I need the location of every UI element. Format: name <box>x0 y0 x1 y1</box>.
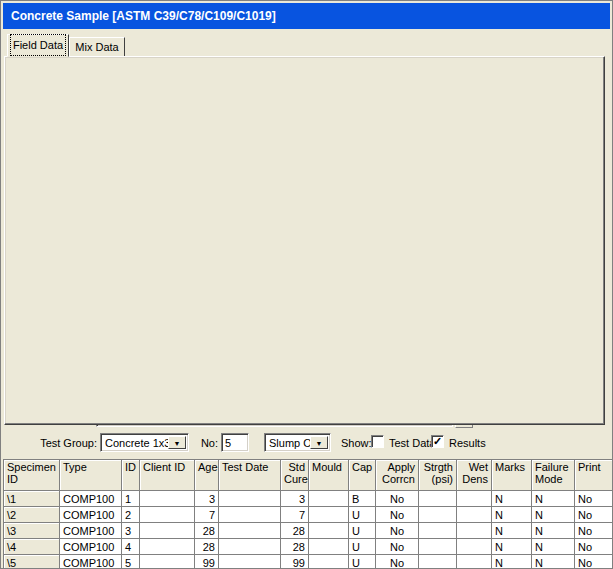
table-cell[interactable]: 28 <box>281 539 309 555</box>
table-cell[interactable]: No <box>575 507 613 523</box>
column-header[interactable]: Failure Mode <box>532 460 575 491</box>
table-cell[interactable]: 5 <box>122 555 140 569</box>
test-group-select[interactable]: Concrete 1x3, 1x7, 2 ▼ <box>100 433 189 452</box>
table-cell[interactable]: No <box>575 491 613 507</box>
table-cell[interactable] <box>309 539 349 555</box>
table-cell[interactable]: COMP100 <box>60 491 122 507</box>
row-header[interactable]: \3 <box>4 523 60 539</box>
table-cell[interactable]: 4 <box>122 539 140 555</box>
table-cell[interactable]: N <box>532 491 575 507</box>
no-label: No: <box>196 437 218 450</box>
table-cell[interactable]: No <box>376 523 419 539</box>
column-header[interactable]: Age <box>195 460 219 491</box>
table-cell[interactable]: No <box>376 555 419 569</box>
table-cell[interactable]: N <box>492 555 532 569</box>
table-cell[interactable]: 3 <box>281 491 309 507</box>
dropdown-arrow-icon[interactable]: ▼ <box>310 436 328 449</box>
table-cell[interactable]: No <box>376 539 419 555</box>
table-cell[interactable] <box>140 491 195 507</box>
table-cell[interactable] <box>219 539 281 555</box>
table-cell[interactable]: COMP100 <box>60 539 122 555</box>
test-data-checkbox[interactable] <box>371 435 384 448</box>
table-cell[interactable]: B <box>349 491 376 507</box>
table-cell[interactable]: 3 <box>122 523 140 539</box>
table-cell[interactable]: N <box>532 539 575 555</box>
table-cell[interactable]: No <box>575 523 613 539</box>
table-cell[interactable]: N <box>492 539 532 555</box>
table-cell[interactable] <box>457 491 492 507</box>
table-cell[interactable] <box>419 555 457 569</box>
table-cell[interactable] <box>219 555 281 569</box>
table-cell[interactable] <box>219 523 281 539</box>
tab-mix-data[interactable]: Mix Data <box>69 37 125 57</box>
table-cell[interactable]: U <box>349 523 376 539</box>
show-mode-select[interactable]: Slump Only ▼ <box>264 433 331 452</box>
table-cell[interactable]: No <box>575 555 613 569</box>
table-cell[interactable]: U <box>349 507 376 523</box>
results-checkbox[interactable]: ✓ <box>431 435 444 448</box>
table-cell[interactable]: COMP100 <box>60 523 122 539</box>
table-cell[interactable]: N <box>492 491 532 507</box>
table-cell[interactable]: 99 <box>281 555 309 569</box>
column-header[interactable]: Std Cure <box>281 460 309 491</box>
table-cell[interactable] <box>457 523 492 539</box>
column-header[interactable]: Specimen ID <box>4 460 60 491</box>
table-cell[interactable]: COMP100 <box>60 507 122 523</box>
column-header[interactable]: Marks <box>492 460 532 491</box>
table-cell[interactable] <box>309 491 349 507</box>
table-cell[interactable]: N <box>532 555 575 569</box>
table-cell[interactable]: No <box>575 539 613 555</box>
table-cell[interactable]: N <box>492 523 532 539</box>
table-cell[interactable]: 3 <box>195 491 219 507</box>
table-cell[interactable]: 99 <box>195 555 219 569</box>
table-cell[interactable]: 7 <box>195 507 219 523</box>
table-cell[interactable]: 28 <box>195 523 219 539</box>
row-header[interactable]: \1 <box>4 491 60 507</box>
table-cell[interactable] <box>140 555 195 569</box>
table-cell[interactable] <box>219 491 281 507</box>
table-cell[interactable] <box>309 555 349 569</box>
table-cell[interactable]: U <box>349 555 376 569</box>
table-cell[interactable] <box>457 539 492 555</box>
table-cell[interactable] <box>419 491 457 507</box>
table-cell[interactable]: N <box>492 507 532 523</box>
no-input[interactable] <box>221 433 249 452</box>
table-cell[interactable] <box>419 523 457 539</box>
table-cell[interactable] <box>140 507 195 523</box>
table-cell[interactable]: N <box>532 507 575 523</box>
table-cell[interactable] <box>419 507 457 523</box>
table-cell[interactable]: 28 <box>281 523 309 539</box>
table-cell[interactable] <box>140 539 195 555</box>
column-header[interactable]: Cap <box>349 460 376 491</box>
column-header[interactable]: Client ID <box>140 460 195 491</box>
table-cell[interactable]: No <box>376 491 419 507</box>
table-cell[interactable] <box>309 507 349 523</box>
table-cell[interactable]: U <box>349 539 376 555</box>
dropdown-arrow-icon[interactable]: ▼ <box>168 436 186 449</box>
table-cell[interactable] <box>419 539 457 555</box>
row-header[interactable]: \4 <box>4 539 60 555</box>
table-cell[interactable] <box>457 555 492 569</box>
tab-field-data[interactable]: Field Data <box>7 34 69 57</box>
column-header[interactable]: Wet Dens <box>457 460 492 491</box>
table-cell[interactable]: 7 <box>281 507 309 523</box>
table-cell[interactable] <box>140 523 195 539</box>
row-header[interactable]: \2 <box>4 507 60 523</box>
table-cell[interactable]: 28 <box>195 539 219 555</box>
table-cell[interactable] <box>309 523 349 539</box>
column-header[interactable]: Print <box>575 460 613 491</box>
column-header[interactable]: Mould <box>309 460 349 491</box>
table-cell[interactable] <box>457 507 492 523</box>
table-cell[interactable]: COMP100 <box>60 555 122 569</box>
column-header[interactable]: Type <box>60 460 122 491</box>
table-cell[interactable] <box>219 507 281 523</box>
table-cell[interactable]: 1 <box>122 491 140 507</box>
row-header[interactable]: \5 <box>4 555 60 569</box>
table-cell[interactable]: N <box>532 523 575 539</box>
column-header[interactable]: Apply Corrcn <box>376 460 419 491</box>
column-header[interactable]: ID <box>122 460 140 491</box>
column-header[interactable]: Strgth (psi) <box>419 460 457 491</box>
table-cell[interactable]: 2 <box>122 507 140 523</box>
column-header[interactable]: Test Date <box>219 460 281 491</box>
table-cell[interactable]: No <box>376 507 419 523</box>
